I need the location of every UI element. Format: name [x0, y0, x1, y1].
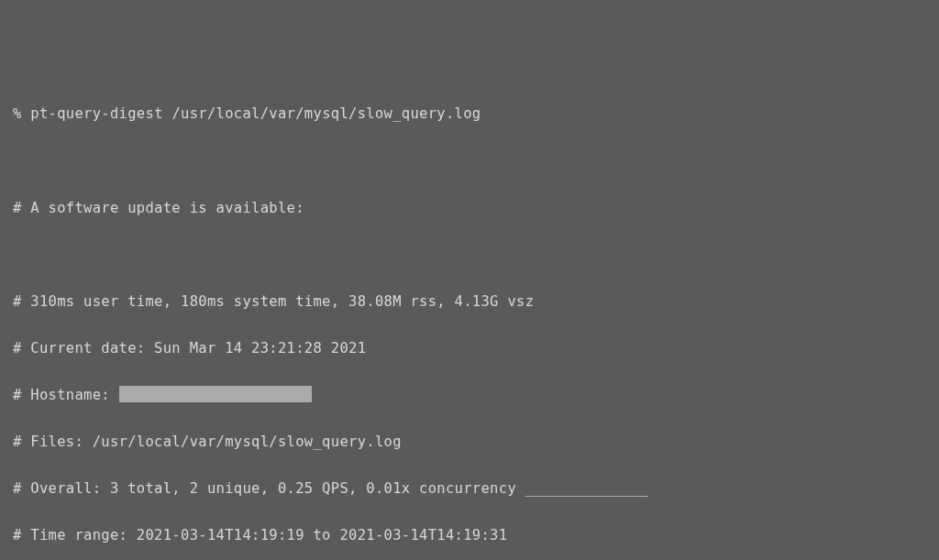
timing-info: # 310ms user time, 180ms system time, 38… — [13, 291, 926, 314]
blank-line — [13, 149, 926, 173]
overall-line: # Overall: 3 total, 2 unique, 0.25 QPS, … — [13, 478, 926, 501]
hostname-label: # Hostname: — [13, 387, 119, 403]
update-notice: # A software update is available: — [13, 197, 926, 221]
current-date: # Current date: Sun Mar 14 23:21:28 2021 — [13, 337, 926, 361]
time-range-line: # Time range: 2021-03-14T14:19:19 to 202… — [13, 524, 926, 548]
files-line: # Files: /usr/local/var/mysql/slow_query… — [13, 431, 926, 455]
command-line: % pt-query-digest /usr/local/var/mysql/s… — [13, 103, 926, 126]
hostname-redacted — [119, 386, 312, 402]
hostname-line: # Hostname: — [13, 384, 926, 408]
command-text: pt-query-digest /usr/local/var/mysql/slo… — [30, 105, 481, 122]
blank-line — [13, 244, 926, 268]
prompt-symbol: % — [13, 105, 22, 122]
